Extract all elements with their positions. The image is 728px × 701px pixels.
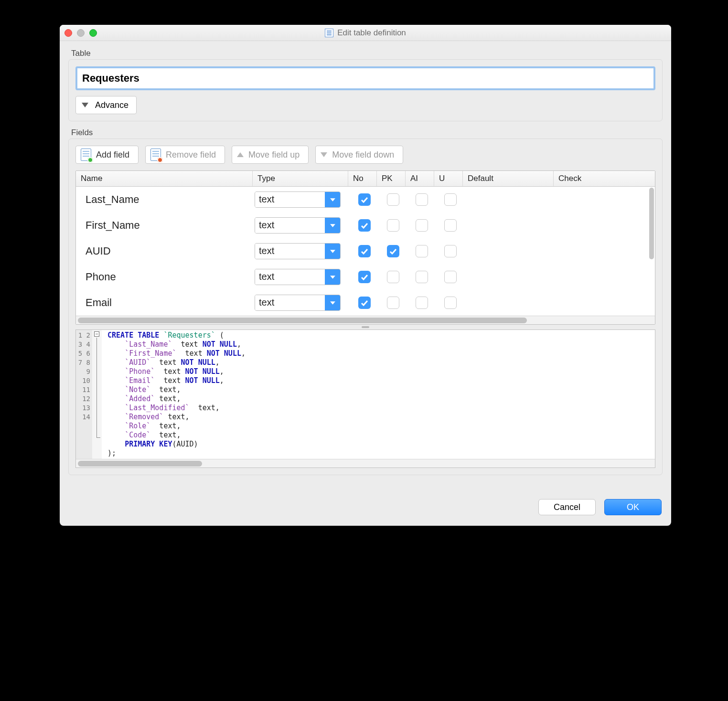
col-ai[interactable]: AI — [406, 171, 434, 186]
field-name-cell[interactable]: Phone — [78, 271, 255, 283]
checkbox[interactable] — [387, 271, 399, 283]
col-pk[interactable]: PK — [377, 171, 406, 186]
type-dropdown[interactable]: text — [255, 191, 341, 208]
table-name-input[interactable] — [77, 68, 653, 88]
col-check[interactable]: Check — [554, 171, 611, 186]
checkbox[interactable] — [444, 245, 457, 257]
fields-grid: Name Type No PK AI U Default Check Last_… — [75, 170, 655, 325]
arrow-up-icon — [237, 152, 244, 157]
checkbox[interactable] — [387, 297, 399, 309]
page-add-icon — [81, 149, 91, 161]
field-name-cell[interactable]: AUID — [78, 245, 255, 257]
field-name-cell[interactable]: Last_Name — [78, 193, 255, 206]
table-row[interactable]: First_Nametext — [76, 212, 655, 238]
checkbox[interactable] — [358, 245, 371, 257]
checkbox[interactable] — [444, 297, 457, 309]
cancel-button[interactable]: Cancel — [538, 499, 596, 515]
table-icon — [325, 29, 333, 37]
ok-button[interactable]: OK — [604, 499, 662, 515]
checkbox[interactable] — [444, 271, 457, 283]
checkbox[interactable] — [416, 297, 428, 309]
window-title: Edit table definition — [337, 28, 406, 38]
col-u[interactable]: U — [434, 171, 463, 186]
sql-horizontal-scrollbar[interactable] — [76, 459, 655, 467]
checkbox[interactable] — [416, 245, 428, 257]
table-row[interactable]: Emailtext — [76, 290, 655, 316]
fold-gutter — [92, 330, 102, 459]
col-default[interactable]: Default — [463, 171, 554, 186]
add-field-button[interactable]: Add field — [75, 146, 139, 164]
move-field-down-button[interactable]: Move field down — [315, 146, 403, 164]
field-name-cell[interactable]: First_Name — [78, 219, 255, 232]
sql-code[interactable]: CREATE TABLE `Requesters` ( `Last_Name` … — [105, 330, 655, 459]
checkbox[interactable] — [387, 245, 399, 257]
chevron-down-icon — [325, 218, 340, 233]
checkbox[interactable] — [444, 219, 457, 232]
type-dropdown[interactable]: text — [255, 269, 341, 285]
horizontal-scrollbar[interactable] — [76, 316, 655, 324]
table-row[interactable]: Phonetext — [76, 264, 655, 290]
scrollbar-thumb[interactable] — [78, 461, 202, 467]
col-no[interactable]: No — [348, 171, 377, 186]
checkbox[interactable] — [416, 271, 428, 283]
field-name-cell[interactable]: Email — [78, 297, 255, 309]
checkbox[interactable] — [387, 193, 399, 206]
checkbox[interactable] — [358, 297, 371, 309]
splitter-handle[interactable] — [75, 325, 655, 329]
table-row[interactable]: AUIDtext — [76, 238, 655, 264]
col-type[interactable]: Type — [253, 171, 348, 186]
chevron-down-icon — [325, 269, 340, 285]
type-dropdown[interactable]: text — [255, 295, 341, 311]
chevron-down-icon — [82, 103, 88, 107]
dialog-window: Edit table definition Table Advance Fiel… — [60, 25, 671, 526]
chevron-down-icon — [325, 192, 340, 207]
vertical-scrollbar[interactable] — [649, 188, 654, 259]
table-row[interactable]: Last_Nametext — [76, 187, 655, 212]
checkbox[interactable] — [387, 219, 399, 232]
checkbox[interactable] — [444, 193, 457, 206]
type-dropdown[interactable]: text — [255, 217, 341, 234]
checkbox[interactable] — [358, 271, 371, 283]
chevron-down-icon — [325, 244, 340, 259]
table-section-label: Table — [71, 49, 663, 58]
remove-field-button[interactable]: Remove field — [145, 146, 225, 164]
checkbox[interactable] — [358, 193, 371, 206]
checkbox[interactable] — [358, 219, 371, 232]
titlebar: Edit table definition — [60, 25, 671, 41]
fold-toggle-icon[interactable] — [94, 331, 99, 337]
scrollbar-thumb[interactable] — [78, 318, 527, 323]
page-remove-icon — [150, 149, 161, 161]
line-gutter: 1 2 3 4 5 6 7 8 9 10 11 12 13 14 — [76, 330, 92, 459]
arrow-down-icon — [321, 152, 327, 157]
type-dropdown[interactable]: text — [255, 243, 341, 259]
grid-header: Name Type No PK AI U Default Check — [76, 171, 655, 187]
checkbox[interactable] — [416, 193, 428, 206]
chevron-down-icon — [325, 295, 340, 310]
move-field-up-button[interactable]: Move field up — [232, 146, 309, 164]
advance-label: Advance — [95, 100, 128, 110]
advance-button[interactable]: Advance — [75, 96, 137, 114]
checkbox[interactable] — [416, 219, 428, 232]
col-name[interactable]: Name — [76, 171, 253, 186]
sql-preview: 1 2 3 4 5 6 7 8 9 10 11 12 13 14 CREATE … — [75, 329, 655, 468]
fields-section-label: Fields — [71, 128, 663, 138]
